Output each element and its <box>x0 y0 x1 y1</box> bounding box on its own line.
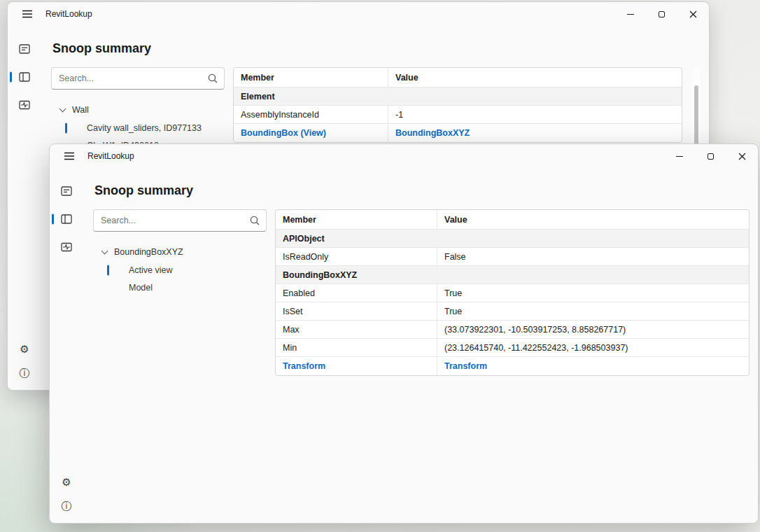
table-group-row: APIObject <box>276 230 749 248</box>
member-cell: Min <box>276 339 437 356</box>
window-controls <box>614 2 709 26</box>
page-title: Snoop summary <box>94 183 750 198</box>
table-row[interactable]: IsReadOnly False <box>276 248 749 266</box>
column-header-value[interactable]: Value <box>437 210 749 229</box>
value-link[interactable]: BoundingBoxXYZ <box>388 124 682 142</box>
tree-item-cavity-wall[interactable]: Cavity wall_sliders, ID977133 <box>51 119 225 136</box>
value-cell: True <box>437 302 749 320</box>
table-row[interactable]: Max (33.073922301, -10.503917253, 8.8582… <box>276 321 749 339</box>
nav-menu-button[interactable] <box>59 146 80 166</box>
minimize-icon <box>627 14 634 15</box>
group-label: BoundingBoxXYZ <box>276 266 749 284</box>
sidebar: ⚙ ⓘ <box>50 168 83 523</box>
table-header-row: Member Value <box>276 210 749 230</box>
column-header-member[interactable]: Member <box>234 68 388 87</box>
table-row[interactable]: Enabled True <box>276 284 749 302</box>
member-cell: IsSet <box>276 302 437 320</box>
tree-panel: BoundingBoxXYZ Active view Model <box>93 209 267 296</box>
maximize-icon <box>659 11 665 18</box>
sidebar-item-event-monitor[interactable] <box>8 97 41 112</box>
titlebar-left: RevitLookup <box>50 146 134 166</box>
value-link[interactable]: Transform <box>437 357 749 375</box>
about-button[interactable]: ⓘ <box>8 365 41 380</box>
table-row[interactable]: AssemblyInstanceId -1 <box>234 106 682 124</box>
dashboard-icon <box>18 43 31 55</box>
settings-button[interactable]: ⚙ <box>50 475 83 489</box>
search-icon <box>207 73 218 84</box>
event-monitor-icon <box>18 99 31 111</box>
member-cell: Max <box>276 321 437 338</box>
table-row[interactable]: IsSet True <box>276 302 749 321</box>
app-title: RevitLookup <box>45 9 92 19</box>
member-cell: IsReadOnly <box>276 248 437 265</box>
close-button[interactable] <box>726 144 758 168</box>
tree-node-wall[interactable]: Wall <box>51 101 225 119</box>
value-cell: -1 <box>388 106 682 123</box>
sidebar-item-snoop-summary[interactable] <box>50 211 83 226</box>
member-cell: AssemblyInstanceId <box>234 106 388 123</box>
gear-icon: ⚙ <box>20 344 29 354</box>
event-monitor-icon <box>60 241 73 253</box>
table-group-row: Element <box>234 88 682 106</box>
tree-node-label: BoundingBoxXYZ <box>114 247 183 257</box>
sidebar-item-dashboard[interactable] <box>8 41 41 56</box>
minimize-button[interactable] <box>614 2 646 26</box>
nav-menu-button[interactable] <box>17 4 38 24</box>
sidebar-item-snoop-summary[interactable] <box>8 69 41 84</box>
sidebar-item-dashboard[interactable] <box>50 183 83 198</box>
search-input[interactable] <box>51 67 225 90</box>
sidebar-bottom: ⚙ ⓘ <box>50 475 83 513</box>
value-cell: True <box>437 284 749 302</box>
tree-item-label: Active view <box>129 265 173 275</box>
search-icon <box>249 215 260 226</box>
dashboard-icon <box>60 185 73 197</box>
tree-item-label: Model <box>129 283 153 293</box>
member-table: Member Value APIObject IsReadOnly False … <box>275 209 750 376</box>
tree-item-active-view[interactable]: Active view <box>93 261 267 279</box>
tree-node-label: Wall <box>72 105 89 115</box>
snoop-tree: BoundingBoxXYZ Active view Model <box>93 243 267 296</box>
tree-node-boundingboxxyz[interactable]: BoundingBoxXYZ <box>93 243 267 261</box>
maximize-button[interactable] <box>646 2 677 26</box>
close-button[interactable] <box>677 2 709 26</box>
search-input[interactable] <box>93 209 267 232</box>
member-table: Member Value Element AssemblyInstanceId … <box>233 67 682 143</box>
settings-button[interactable]: ⚙ <box>8 342 41 356</box>
value-cell: False <box>437 248 749 265</box>
member-link[interactable]: BoundingBox (View) <box>234 124 388 142</box>
column-header-member[interactable]: Member <box>276 210 437 229</box>
minimize-icon <box>676 156 683 157</box>
value-cell: (33.073922301, -10.503917253, 8.85826771… <box>437 321 749 338</box>
member-link[interactable]: Transform <box>276 357 437 375</box>
table-row[interactable]: Min (23.126415740, -11.422552423, -1.968… <box>276 339 749 357</box>
close-icon <box>689 10 697 18</box>
column-header-value[interactable]: Value <box>388 68 682 87</box>
chevron-down-icon <box>101 247 108 254</box>
tree-item-model[interactable]: Model <box>93 279 267 296</box>
sidebar-item-event-monitor[interactable] <box>50 239 83 254</box>
table-row[interactable]: Transform Transform <box>276 357 749 375</box>
search-box <box>51 67 225 90</box>
snoop-summary-icon <box>18 71 31 83</box>
about-button[interactable]: ⓘ <box>50 498 83 513</box>
sidebar-bottom: ⚙ ⓘ <box>8 342 41 380</box>
info-icon: ⓘ <box>20 368 30 378</box>
minimize-button[interactable] <box>663 144 695 168</box>
titlebar-left: RevitLookup <box>8 4 92 24</box>
titlebar[interactable]: RevitLookup <box>50 144 758 168</box>
group-label: Element <box>234 88 682 105</box>
maximize-icon <box>708 153 714 160</box>
close-icon <box>738 153 746 160</box>
titlebar[interactable]: RevitLookup <box>8 2 709 26</box>
revitlookup-window-front: RevitLookup <box>49 144 759 524</box>
table-group-row: BoundingBoxXYZ <box>276 266 749 284</box>
member-cell: Enabled <box>276 284 437 302</box>
maximize-button[interactable] <box>695 144 726 168</box>
table-row[interactable]: BoundingBox (View) BoundingBoxXYZ <box>234 124 682 142</box>
snoop-summary-icon <box>60 213 73 225</box>
app-title: RevitLookup <box>87 151 134 161</box>
page-title: Snoop summary <box>52 41 701 56</box>
hamburger-menu-icon <box>22 9 33 19</box>
info-icon: ⓘ <box>62 500 72 511</box>
table-header-row: Member Value <box>234 68 682 88</box>
